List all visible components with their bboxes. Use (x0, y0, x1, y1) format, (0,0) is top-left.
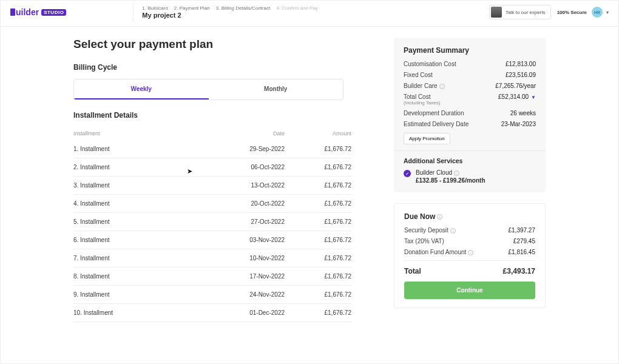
installment-date: 27-Oct-2022 (218, 218, 285, 225)
due-now-panel: Due Nowi Security Depositi£1,397.27 Tax … (394, 203, 546, 308)
summary-delivery-label: Estimated Delivery Date (404, 121, 468, 127)
info-icon[interactable]: i (468, 250, 473, 255)
installment-amount: £1,676.72 (285, 291, 351, 298)
breadcrumb-step-3[interactable]: 3. Billing Details/Contract (216, 5, 270, 11)
apply-promotion-button[interactable]: Apply Promotion (404, 133, 450, 144)
additional-services-title: Additional Services (404, 157, 536, 164)
logo-mark-icon (10, 8, 15, 16)
summary-duration-value: 26 weeks (510, 110, 536, 116)
table-row: 4. Installment20-Oct-2022£1,676.72 (73, 195, 351, 213)
breadcrumb-step-2[interactable]: 2. Payment Plan (174, 5, 210, 11)
installment-table-header: Installment Date Amount (73, 127, 351, 140)
installment-date: 06-Oct-2022 (218, 164, 285, 170)
installment-name: 4. Installment (73, 200, 218, 207)
brand-logo[interactable]: uilder STUDIO (10, 7, 66, 17)
installment-date: 20-Oct-2022 (218, 200, 285, 207)
installment-name: 1. Installment (73, 146, 218, 152)
installment-date: 13-Oct-2022 (218, 182, 285, 189)
summary-total-value[interactable]: £52,314.00▼ (498, 93, 536, 106)
summary-care-label: Builder Carei (404, 83, 445, 89)
installment-name: 9. Installment (73, 291, 218, 298)
breadcrumb-step-4: 4. Confirm and Pay (276, 5, 317, 11)
service-builder-cloud[interactable]: ✓ Builder Cloudi £132.85 - £199.26/month (404, 169, 536, 184)
installment-amount: £1,676.72 (285, 255, 351, 261)
summary-customisation-value: £12,813.00 (506, 61, 536, 67)
summary-duration-label: Development Duration (404, 110, 464, 116)
installment-date: 03-Nov-2022 (218, 237, 285, 243)
checkmark-icon[interactable]: ✓ (404, 170, 411, 177)
project-name: My project 2 (142, 12, 323, 19)
installment-date: 10-Nov-2022 (218, 255, 285, 261)
billing-cycle-tabs: Weekly Monthly (73, 79, 343, 100)
table-row: 1. Installment29-Sep-2022£1,676.72 (73, 140, 351, 158)
summary-fixed-value: £23,516.09 (506, 72, 536, 78)
continue-button[interactable]: Continue (404, 281, 535, 299)
table-row: 8. Installment17-Nov-2022£1,676.72 (73, 268, 351, 286)
due-tax-value: £279.45 (513, 238, 535, 244)
payment-summary-title: Payment Summary (404, 46, 536, 55)
expert-avatar-icon (491, 7, 502, 18)
summary-customisation-label: Customisation Cost (404, 61, 456, 67)
billing-cycle-label: Billing Cycle (73, 63, 351, 72)
vertical-divider (133, 3, 134, 21)
due-now-title: Due Nowi (404, 212, 535, 221)
due-total-label: Total (404, 267, 421, 275)
breadcrumb: 1. Buildcard 2. Payment Plan 3. Billing … (142, 5, 323, 11)
installment-name: 8. Installment (73, 273, 218, 280)
installment-amount: £1,676.72 (285, 273, 351, 280)
brand-badge: STUDIO (41, 9, 66, 16)
tab-monthly[interactable]: Monthly (209, 79, 343, 99)
due-deposit-label: Security Depositi (404, 227, 456, 234)
info-icon[interactable]: i (454, 170, 459, 176)
installment-date: 24-Nov-2022 (218, 291, 285, 298)
info-icon[interactable]: i (450, 228, 456, 234)
total-expand-icon: ▼ (531, 95, 536, 100)
table-row: 2. Installment06-Oct-2022£1,676.72 (73, 158, 351, 177)
summary-total-label: Total Cost(Including Taxes) (404, 93, 440, 106)
table-row: 3. Installment13-Oct-2022£1,676.72 (73, 177, 351, 195)
installment-name: 2. Installment (73, 164, 218, 170)
installment-date: 01-Dec-2022 (218, 309, 285, 316)
tab-weekly[interactable]: Weekly (74, 79, 209, 99)
due-tax-label: Tax (20% VAT) (404, 238, 444, 244)
talk-to-experts-button[interactable]: Talk to our experts (489, 5, 550, 19)
installment-amount: £1,676.72 (285, 146, 351, 152)
due-donation-value: £1,816.45 (509, 249, 536, 255)
installment-name: 10. Installment (73, 309, 218, 316)
service-price: £132.85 - £199.26/month (416, 177, 485, 184)
installment-amount: £1,676.72 (285, 182, 351, 189)
info-icon[interactable]: i (439, 84, 445, 89)
summary-care-value: £7,265.76/year (495, 83, 536, 89)
secure-badge: 100% Secure (557, 10, 587, 15)
top-bar: uilder STUDIO 1. Buildcard 2. Payment Pl… (1, 1, 618, 26)
installment-date: 29-Sep-2022 (218, 146, 285, 152)
installment-date: 17-Nov-2022 (218, 273, 285, 280)
due-donation-label: Donation Fund Amounti (404, 249, 473, 255)
breadcrumb-step-1[interactable]: 1. Buildcard (142, 5, 167, 11)
col-installment: Installment (73, 130, 218, 136)
installment-amount: £1,676.72 (285, 218, 351, 225)
summary-delivery-value: 23-Mar-2023 (501, 121, 536, 127)
service-name: Builder Cloudi (416, 169, 485, 176)
installment-amount: £1,676.72 (285, 164, 351, 170)
table-row: 10. Installment01-Dec-2022£1,676.72 (73, 304, 351, 322)
installment-table-body: 1. Installment29-Sep-2022£1,676.722. Ins… (73, 140, 351, 322)
installment-amount: £1,676.72 (285, 237, 351, 243)
summary-fixed-label: Fixed Cost (404, 72, 433, 78)
brand-name: uilder (16, 7, 39, 17)
breadcrumb-block: 1. Buildcard 2. Payment Plan 3. Billing … (142, 5, 323, 19)
col-amount: Amount (285, 130, 351, 136)
payment-summary-panel: Payment Summary Customisation Cost£12,81… (394, 38, 546, 192)
due-deposit-value: £1,397.27 (509, 227, 536, 234)
installment-name: 5. Installment (73, 218, 218, 225)
page-title: Select your payment plan (73, 38, 351, 51)
user-menu-caret-icon[interactable]: ▾ (606, 10, 609, 15)
col-date: Date (218, 130, 285, 136)
installment-amount: £1,676.72 (285, 200, 351, 207)
installment-name: 6. Installment (73, 237, 218, 243)
installment-name: 7. Installment (73, 255, 218, 261)
info-icon[interactable]: i (437, 214, 442, 220)
table-row: 7. Installment10-Nov-2022£1,676.72 (73, 249, 351, 268)
user-avatar[interactable]: HR (592, 7, 603, 18)
due-total-value: £3,493.17 (503, 267, 535, 275)
